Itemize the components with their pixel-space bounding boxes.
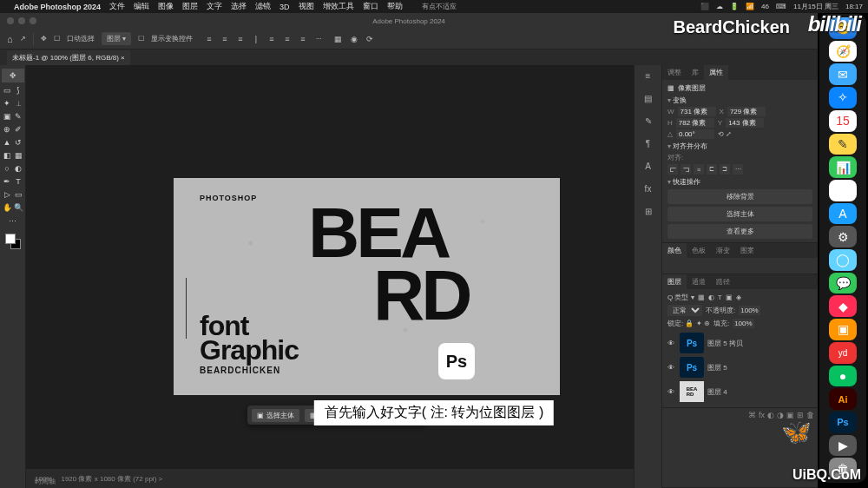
wand-tool[interactable]: ✦ [2,97,13,109]
menu-file[interactable]: 文件 [109,1,125,12]
status-icon[interactable]: 🔋 [730,3,739,10]
menu-3d[interactable]: 3D [279,3,290,11]
filter-icon[interactable]: T [718,293,722,301]
auto-select-checkbox[interactable]: ☐ [54,35,60,43]
filter-icon[interactable]: ▦ [698,293,705,301]
dodge-tool[interactable]: ◐ [13,162,24,174]
menu-help[interactable]: 帮助 [387,1,403,12]
tab-channels[interactable]: 通道 [687,274,711,289]
menu-layer[interactable]: 图层 [182,1,198,12]
menu-select[interactable]: 选择 [231,1,247,12]
layer-name[interactable]: 图层 5 [707,363,727,373]
menu-plugins[interactable]: 增效工具 [323,1,354,12]
stamp-tool[interactable]: ▲ [2,136,13,148]
mask-icon[interactable]: ◐ [767,411,774,419]
frame-tool[interactable]: ▣ [2,110,13,122]
layer-name[interactable]: 图层 4 [707,387,727,397]
dock-wechat-icon[interactable]: ● [829,366,857,387]
dock-app-icon[interactable]: ◆ [829,295,857,317]
shape-tool[interactable]: ▭ [13,188,24,200]
align-buttons[interactable]: ⫍⫎≡⊏⊐⋯ [667,164,812,175]
remove-bg-button[interactable]: 移除背景 [667,189,812,204]
link-icon[interactable]: ⌘ [748,411,756,419]
dock-illustrator-icon[interactable]: Ai [829,388,857,410]
menubar-date[interactable]: 11月15日 周三 [793,2,838,11]
tab-close-icon[interactable]: × [121,54,125,62]
home-icon[interactable]: ⌂ [7,34,13,44]
tab-patterns[interactable]: 图案 [735,243,760,258]
angle-field[interactable] [676,129,714,139]
edit-toolbar[interactable]: ⋯ [2,214,24,228]
history-brush-tool[interactable]: ↺ [13,136,24,148]
dock-app-icon[interactable]: ✧ [829,87,857,109]
gradient-tool[interactable]: ▦ [13,149,24,161]
layer-row[interactable]: 👁 BEARD 图层 4 [667,379,812,404]
dock-calendar-icon[interactable]: 15 [829,110,857,132]
y-field[interactable] [726,118,764,128]
status-icon[interactable]: ⌨ [776,3,786,10]
menu-edit[interactable]: 编辑 [134,1,149,12]
dock-app-icon[interactable]: ▶ [829,435,857,457]
menubar-time[interactable]: 18:17 [845,3,863,10]
hand-tool[interactable]: ✋ [2,201,13,213]
visibility-icon[interactable]: 👁 [667,340,676,347]
color-swatch[interactable] [5,234,21,249]
type-tool[interactable]: T [13,175,24,187]
heal-tool[interactable]: ⊕ [2,123,13,135]
select-subject-button[interactable]: 选择主体 [667,207,812,221]
dock-settings-icon[interactable]: ⚙ [829,226,857,247]
menu-view[interactable]: 视图 [299,1,314,12]
panel-icon[interactable]: fx [641,181,655,195]
select-subject-button[interactable]: ▣选择主体 [252,409,299,422]
blur-tool[interactable]: ○ [2,162,13,174]
document-tab[interactable]: 未标题-1 @ 100% (图层 6, RGB/8) × [7,50,130,65]
lock-icons[interactable]: 锁定: 🔒 ✦ ⊕ [667,319,710,328]
brush-tool[interactable]: ✐ [13,123,24,135]
dock-app-icon[interactable]: ◯ [829,249,857,271]
view-more-button[interactable]: 查看更多 [667,224,812,239]
tab-properties[interactable]: 属性 [704,65,728,80]
section-transform[interactable]: 变换 [667,96,812,105]
width-field[interactable] [678,107,716,116]
height-field[interactable] [676,118,714,128]
layer-name[interactable]: 图层 5 拷贝 [707,339,743,348]
dock-photoshop-icon[interactable]: Ps [829,412,857,433]
tab-gradients[interactable]: 渐变 [711,243,735,258]
filter-icon[interactable]: ▣ [726,293,733,301]
eraser-tool[interactable]: ◧ [2,149,13,161]
x-field[interactable] [727,107,766,116]
visibility-icon[interactable]: 👁 [667,388,676,396]
status-icon[interactable]: 📶 [746,3,754,10]
visibility-icon[interactable]: 👁 [667,364,676,372]
layer-row[interactable]: 👁 Ps 图层 5 [667,355,812,379]
layer-filter[interactable]: Q 类型 ▾ [667,293,694,302]
panel-icon[interactable]: ▤ [641,91,655,105]
menu-type[interactable]: 文字 [207,1,222,12]
dock-app-icon[interactable]: ▣ [829,319,857,340]
zoom-tool[interactable]: 🔍 [13,201,24,213]
panel-icon[interactable]: ¶ [641,136,655,150]
status-icon[interactable]: ⬛ [700,3,709,10]
traffic-lights[interactable] [7,17,36,24]
tab-color[interactable]: 颜色 [662,243,687,258]
menu-window[interactable]: 窗口 [363,1,378,12]
tab-paths[interactable]: 路径 [711,274,735,289]
filter-icon[interactable]: ◐ [708,293,714,301]
path-tool[interactable]: ▷ [2,188,13,200]
menu-filter[interactable]: 滤镜 [255,1,271,12]
opacity-field[interactable]: 100% [739,306,760,315]
dock-youdao-icon[interactable]: yd [829,342,857,364]
tab-layers[interactable]: 图层 [662,274,687,289]
layer-row[interactable]: 👁 Ps 图层 5 拷贝 [667,331,812,355]
arrow-icon[interactable]: ↗ [20,35,26,43]
section-quick-actions[interactable]: 快速操作 [667,177,812,187]
lasso-tool[interactable]: ⟆ [13,84,24,96]
eyedropper-tool[interactable]: ✎ [13,110,24,122]
align-icons[interactable]: ≡≡≡|≡≡≡ [203,33,309,45]
section-align[interactable]: 对齐并分布 [667,142,812,151]
panel-icon[interactable]: A [641,159,655,173]
3d-mode-icons[interactable]: ▦◉⟳ [332,33,376,45]
pen-tool[interactable]: ✒ [2,175,13,187]
blend-mode-select[interactable]: 正常 [667,305,702,316]
document-canvas[interactable]: PHOTOSHOP BEA RD font Graphic BEARDCHICK… [174,178,560,395]
